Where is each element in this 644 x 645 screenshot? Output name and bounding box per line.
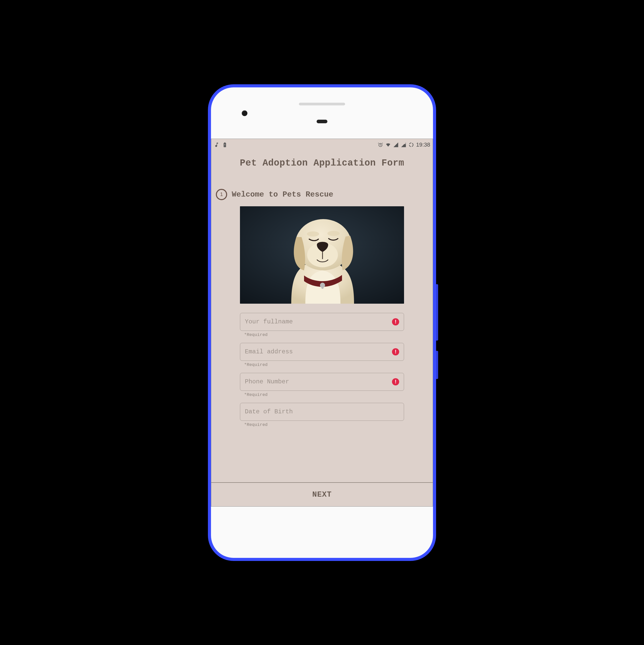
- field-block-fullname: ! *Required: [240, 313, 404, 337]
- next-button[interactable]: NEXT: [312, 490, 332, 499]
- field-block-email: ! *Required: [240, 343, 404, 367]
- dob-helper: *Required: [240, 421, 404, 427]
- loading-spinner-icon: [409, 142, 414, 148]
- error-icon: !: [392, 378, 399, 385]
- step-number: 1: [220, 191, 223, 197]
- form-title: Pet Adoption Application Form: [211, 158, 433, 168]
- step-header: 1 Welcome to Pets Rescue: [211, 189, 433, 200]
- phone-frame: 19:38 Pet Adoption Application Form 1 We…: [208, 84, 436, 561]
- svg-rect-4: [321, 285, 324, 289]
- phone-speaker: [299, 103, 345, 105]
- fullname-input[interactable]: [245, 318, 392, 325]
- volume-button: [436, 284, 438, 341]
- email-helper: *Required: [240, 361, 404, 367]
- field-block-phone: ! *Required: [240, 373, 404, 397]
- error-icon: !: [392, 318, 399, 326]
- battery-charging-icon: [222, 142, 228, 148]
- fullname-helper: *Required: [240, 331, 404, 337]
- email-field[interactable]: !: [240, 343, 404, 361]
- phone-field[interactable]: !: [240, 373, 404, 391]
- signal-icon: [393, 142, 398, 148]
- dob-input[interactable]: [245, 408, 399, 415]
- status-bar: 19:38: [211, 139, 433, 151]
- svg-point-1: [410, 143, 413, 147]
- signal-no-data-icon: [401, 142, 407, 148]
- email-input[interactable]: [245, 348, 392, 355]
- wifi-icon: [385, 142, 391, 148]
- step-number-chip: 1: [216, 189, 227, 200]
- error-icon: !: [392, 348, 399, 356]
- phone-helper: *Required: [240, 391, 404, 397]
- next-bar: NEXT: [211, 482, 433, 506]
- step-title: Welcome to Pets Rescue: [232, 190, 333, 199]
- form-content[interactable]: Pet Adoption Application Form 1 Welcome …: [211, 151, 433, 482]
- pet-image: [240, 206, 404, 304]
- front-camera: [242, 111, 248, 116]
- alarm-icon: [378, 142, 383, 148]
- power-button: [436, 351, 438, 379]
- field-block-dob: *Required: [240, 403, 404, 427]
- music-icon: [214, 142, 219, 148]
- phone-bezel-bottom: [211, 507, 433, 558]
- svg-point-8: [327, 231, 340, 236]
- dob-field[interactable]: [240, 403, 404, 421]
- phone-input[interactable]: [245, 378, 392, 385]
- status-clock: 19:38: [416, 142, 430, 148]
- fullname-field[interactable]: !: [240, 313, 404, 331]
- phone-inner: 19:38 Pet Adoption Application Form 1 We…: [211, 87, 433, 558]
- phone-mic: [317, 120, 327, 123]
- screen: 19:38 Pet Adoption Application Form 1 We…: [211, 139, 433, 507]
- phone-bezel-top: [211, 87, 433, 139]
- svg-point-7: [307, 231, 319, 236]
